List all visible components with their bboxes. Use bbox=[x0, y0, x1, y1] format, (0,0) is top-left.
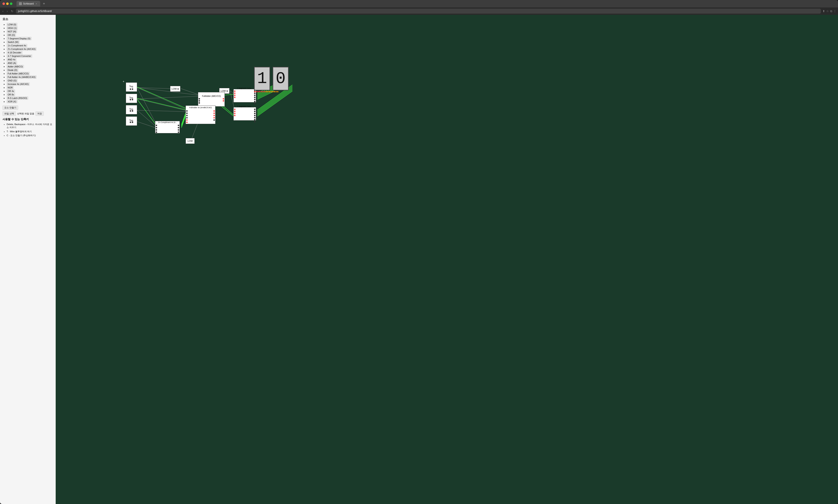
dots-row-1 bbox=[254, 91, 278, 92]
seg-digit-2: 0 bbox=[276, 70, 285, 87]
element-label: Full Adder (ABC/CO) bbox=[6, 72, 30, 75]
element-label: HIGH (1) bbox=[6, 26, 18, 30]
bookmark-icon[interactable]: ☆ bbox=[826, 10, 829, 13]
twos-comp-node[interactable]: 2's Compliment 4x (4... bbox=[155, 121, 180, 133]
list-item[interactable]: 4-7 Segment Converter bbox=[6, 55, 53, 57]
browser-window: Schboard × + ‹ › ↻ ⬆ ☆ ⧉ ⋮ 요소 LOW (0) HI… bbox=[0, 0, 838, 504]
element-label: 2's Compliment 4x (4I/C4O) bbox=[6, 48, 36, 51]
low-node-1[interactable]: LOW◄ bbox=[170, 86, 180, 92]
extensions-icon[interactable]: ⧉ bbox=[830, 10, 832, 13]
list-item[interactable]: Full Adder 4x (4A4BC/C4O) bbox=[6, 76, 53, 78]
low-label: LOW◄ bbox=[221, 90, 228, 92]
forward-button[interactable]: › bbox=[6, 9, 8, 13]
cursor-indicator: + bbox=[123, 80, 124, 83]
list-item[interactable]: Switch (W) bbox=[6, 41, 53, 43]
list-item[interactable]: GND (G) bbox=[6, 79, 53, 82]
main-content: 요소 LOW (0) HIGH (1) NOT (N) OR (O) 7-Seg… bbox=[0, 15, 838, 504]
list-item[interactable]: NOR bbox=[6, 86, 53, 89]
list-item[interactable]: 4-16 Decoder bbox=[6, 51, 53, 54]
svg-line-29 bbox=[181, 89, 199, 95]
element-list: LOW (0) HIGH (1) NOT (N) OR (O) 7-Segmen… bbox=[2, 23, 53, 103]
create-element-button[interactable]: 요소 만들기 bbox=[2, 106, 18, 110]
list-item[interactable]: OR (O) bbox=[6, 34, 53, 36]
list-item[interactable]: HIGH (1) bbox=[6, 26, 53, 30]
list-item[interactable]: OR 8x bbox=[6, 93, 53, 96]
list-item[interactable]: XOR (X) bbox=[6, 100, 53, 103]
title-bar: Schboard × + bbox=[0, 0, 838, 7]
svg-line-6 bbox=[137, 99, 157, 126]
element-label: XOR (X) bbox=[6, 100, 17, 103]
maximize-button[interactable] bbox=[10, 2, 12, 5]
shortcuts-title: 사용할 수 있는 단축키 bbox=[2, 118, 53, 121]
close-button[interactable] bbox=[2, 2, 5, 5]
low-node-3[interactable]: LOW bbox=[186, 138, 195, 144]
element-label: OR 8x bbox=[6, 93, 15, 96]
list-item[interactable]: R-S Latch (RS/OO) bbox=[6, 97, 53, 100]
list-item[interactable]: Full Adder (ABC/CO) bbox=[6, 72, 53, 75]
list-item[interactable]: AND (A) bbox=[6, 61, 53, 65]
toggle-label: Tog. bbox=[129, 85, 134, 88]
seg-conv-2[interactable]: 7-Segment Conv... bbox=[233, 107, 256, 121]
active-tab[interactable]: Schboard × bbox=[17, 1, 40, 6]
list-item[interactable]: Adder (AB/CO) bbox=[6, 65, 53, 68]
list-item[interactable]: 7-Segment Display (S) bbox=[6, 37, 53, 40]
full-adder-label: FullAdder (ABC/CO) bbox=[202, 95, 221, 97]
element-label: OR 4x bbox=[6, 89, 15, 93]
svg-line-26 bbox=[257, 89, 292, 114]
list-item[interactable]: OR 4x bbox=[6, 90, 53, 92]
menu-icon[interactable]: ⋮ bbox=[834, 10, 836, 13]
seg-display-2[interactable]: 0 bbox=[273, 67, 289, 90]
list-item[interactable]: 2's Compliment 4x (4I/C4O) bbox=[6, 48, 53, 51]
tab-title: Schboard bbox=[23, 2, 34, 5]
list-item[interactable]: Diode (D) bbox=[6, 69, 53, 72]
seg-conv-2-label: 7-Segment Conv... bbox=[237, 105, 252, 107]
element-label: Switch (W) bbox=[6, 40, 20, 44]
element-label: AND (A) bbox=[6, 61, 17, 65]
toggle-node-4[interactable]: Tog. bbox=[126, 116, 137, 126]
element-label: OR (O) bbox=[6, 33, 16, 37]
tab-close-button[interactable]: × bbox=[35, 2, 38, 5]
full-adder-4x-node[interactable]: FullAdder 4x (4A4BC/C4O) bbox=[186, 106, 215, 124]
twos-comp-label: 2's Compliment 4x (4... bbox=[158, 121, 177, 123]
dot bbox=[277, 91, 278, 92]
circuit-canvas[interactable]: Tog. Tog. Tog. bbox=[56, 15, 838, 504]
reload-button[interactable]: ↻ bbox=[10, 9, 14, 13]
element-label: Full Adder 4x (4A4BC/C4O) bbox=[6, 75, 36, 79]
sidebar-buttons: 요소 만들기 bbox=[2, 106, 53, 110]
minimize-button[interactable] bbox=[6, 2, 8, 5]
svg-line-8 bbox=[137, 110, 157, 127]
url-bar: ‹ › ↻ ⬆ ☆ ⧉ ⋮ bbox=[0, 7, 838, 15]
save-button[interactable]: 저장 bbox=[35, 111, 44, 116]
toggle-node-1[interactable]: Tog. bbox=[126, 83, 137, 92]
file-select-button[interactable]: 파일 선택 bbox=[2, 111, 16, 116]
list-item[interactable]: NOT (N) bbox=[6, 30, 53, 33]
dot bbox=[261, 91, 262, 92]
share-icon[interactable]: ⬆ bbox=[822, 10, 825, 13]
dot bbox=[276, 91, 277, 92]
toggle-node-2[interactable]: Tog. bbox=[126, 94, 137, 103]
svg-line-3 bbox=[137, 88, 157, 125]
seg-digit-1: 1 bbox=[257, 70, 267, 87]
tab-favicon bbox=[19, 2, 22, 5]
svg-line-1 bbox=[137, 88, 199, 95]
back-button[interactable]: ‹ bbox=[2, 9, 4, 13]
seg-conv-1[interactable]: 7-Segment Conv... bbox=[233, 89, 256, 103]
full-adder-node[interactable]: FullAdder (ABC/CO) bbox=[198, 92, 225, 107]
svg-line-9 bbox=[137, 122, 157, 128]
list-item[interactable]: LOW (0) bbox=[6, 23, 53, 26]
list-item[interactable]: Increase 4x (4I/C4O) bbox=[6, 83, 53, 86]
svg-line-4 bbox=[137, 96, 199, 99]
list-item[interactable]: AND 4x bbox=[6, 58, 53, 61]
element-label: R-S Latch (RS/OO) bbox=[6, 96, 28, 100]
low-label: LOW◄ bbox=[172, 88, 179, 90]
toggle-node-3[interactable]: Tog. bbox=[126, 105, 137, 114]
svg-line-7 bbox=[137, 110, 187, 112]
new-tab-button[interactable]: + bbox=[41, 1, 47, 6]
element-label: GND (G) bbox=[6, 79, 18, 82]
svg-line-28 bbox=[257, 91, 292, 116]
seg-display-1[interactable]: 1 bbox=[254, 67, 270, 90]
list-item[interactable]: 1's Compliment 4x bbox=[6, 44, 53, 47]
url-input[interactable] bbox=[16, 8, 821, 14]
element-label: 1's Compliment 4x bbox=[6, 44, 27, 47]
dot bbox=[270, 91, 272, 92]
